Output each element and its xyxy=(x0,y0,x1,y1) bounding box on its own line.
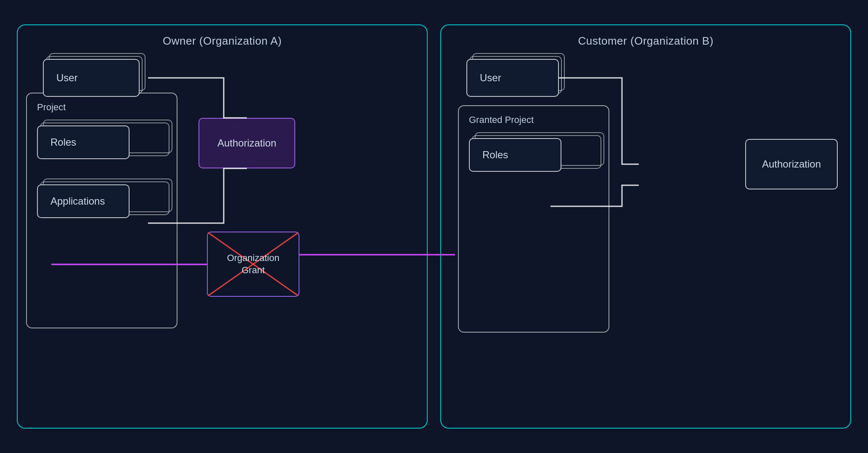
owner-project-title: Project xyxy=(37,102,167,113)
owner-roles-stack: Roles xyxy=(37,125,167,159)
org-grant-box: OrganizationGrant xyxy=(207,232,299,297)
owner-roles-label: Roles xyxy=(50,136,76,148)
customer-org-title: Customer (Organization B) xyxy=(578,35,713,48)
org-grant-label: OrganizationGrant xyxy=(227,252,280,276)
owner-applications-stack: Applications xyxy=(37,184,167,218)
owner-authorization-label: Authorization xyxy=(217,137,276,149)
customer-roles-label: Roles xyxy=(482,149,508,161)
owner-authorization-card: Authorization xyxy=(198,118,295,168)
customer-user-label: User xyxy=(480,72,501,84)
owner-org-container: Owner (Organization A) User Authorizatio… xyxy=(17,24,428,429)
owner-project-box: Project Roles Applications xyxy=(26,93,177,328)
customer-authorization-card: Authorization xyxy=(745,139,838,189)
owner-user-label: User xyxy=(56,72,78,84)
customer-authorization-label: Authorization xyxy=(762,158,821,170)
owner-user-card: User xyxy=(43,59,140,97)
customer-user-stack: User xyxy=(466,59,559,97)
owner-user-stack: User xyxy=(43,59,140,97)
owner-org-title: Owner (Organization A) xyxy=(163,35,282,48)
customer-user-card: User xyxy=(466,59,559,97)
owner-roles-card: Roles xyxy=(37,125,130,159)
customer-granted-title: Granted Project xyxy=(469,115,598,125)
diagram-wrapper: Owner (Organization A) User Authorizatio… xyxy=(0,0,868,453)
customer-org-container: Customer (Organization B) User Authoriza… xyxy=(440,24,851,429)
owner-applications-label: Applications xyxy=(50,195,105,207)
customer-granted-project-box: Granted Project Roles xyxy=(458,105,609,333)
owner-applications-card: Applications xyxy=(37,184,130,218)
customer-roles-stack: Roles xyxy=(469,138,598,172)
customer-roles-card: Roles xyxy=(469,138,561,172)
